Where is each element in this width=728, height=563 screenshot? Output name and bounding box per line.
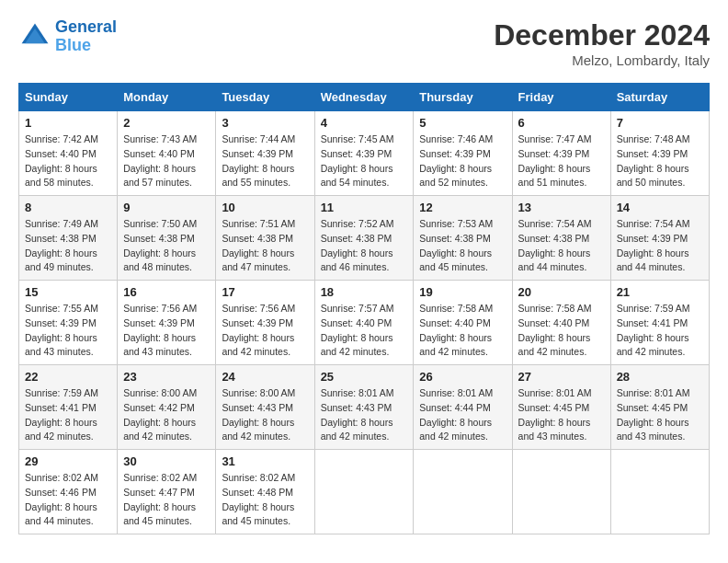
calendar-cell: 16 Sunrise: 7:56 AM Sunset: 4:39 PM Dayl…: [118, 281, 216, 365]
calendar-cell: 15 Sunrise: 7:55 AM Sunset: 4:39 PM Dayl…: [19, 281, 118, 365]
day-info: Sunrise: 7:44 AM Sunset: 4:39 PM Dayligh…: [222, 132, 308, 190]
day-number: 14: [617, 201, 703, 214]
week-row-1: 1 Sunrise: 7:42 AM Sunset: 4:40 PM Dayli…: [19, 111, 710, 196]
day-info: Sunrise: 7:59 AM Sunset: 4:41 PM Dayligh…: [25, 386, 111, 444]
day-number: 17: [222, 285, 308, 299]
day-number: 1: [25, 116, 111, 130]
day-number: 9: [123, 201, 210, 214]
day-info: Sunrise: 7:42 AM Sunset: 4:40 PM Dayligh…: [25, 132, 111, 190]
day-info: Sunrise: 7:57 AM Sunset: 4:40 PM Dayligh…: [321, 302, 408, 360]
day-info: Sunrise: 7:56 AM Sunset: 4:39 PM Dayligh…: [123, 302, 210, 360]
day-number: 18: [321, 285, 408, 299]
calendar-cell: 20 Sunrise: 7:58 AM Sunset: 4:40 PM Dayl…: [512, 281, 610, 365]
day-info: Sunrise: 7:58 AM Sunset: 4:40 PM Dayligh…: [518, 302, 605, 360]
day-info: Sunrise: 8:01 AM Sunset: 4:45 PM Dayligh…: [617, 386, 703, 444]
day-number: 24: [222, 370, 308, 384]
calendar-cell: [414, 450, 512, 534]
day-number: 28: [617, 370, 703, 384]
day-info: Sunrise: 7:47 AM Sunset: 4:39 PM Dayligh…: [518, 132, 605, 190]
calendar-cell: 9 Sunrise: 7:50 AM Sunset: 4:38 PM Dayli…: [118, 196, 216, 281]
day-number: 21: [617, 285, 703, 299]
day-info: Sunrise: 8:00 AM Sunset: 4:43 PM Dayligh…: [222, 386, 308, 444]
day-number: 5: [419, 116, 506, 130]
day-number: 19: [419, 285, 506, 299]
weekday-wednesday: Wednesday: [314, 84, 414, 111]
weekday-header-row: SundayMondayTuesdayWednesdayThursdayFrid…: [19, 84, 710, 111]
day-number: 13: [518, 201, 605, 214]
calendar-cell: 25 Sunrise: 8:01 AM Sunset: 4:43 PM Dayl…: [314, 365, 414, 450]
calendar-cell: 26 Sunrise: 8:01 AM Sunset: 4:44 PM Dayl…: [414, 365, 512, 450]
day-info: Sunrise: 8:02 AM Sunset: 4:48 PM Dayligh…: [222, 471, 308, 529]
day-number: 8: [25, 201, 111, 214]
page-header: General Blue December 2024 Melzo, Lombar…: [18, 18, 710, 68]
day-number: 6: [518, 116, 605, 130]
weekday-sunday: Sunday: [19, 84, 118, 111]
weekday-friday: Friday: [512, 84, 610, 111]
week-row-4: 22 Sunrise: 7:59 AM Sunset: 4:41 PM Dayl…: [19, 365, 710, 450]
day-number: 12: [419, 201, 506, 214]
day-number: 26: [419, 370, 506, 384]
logo-icon: [18, 20, 51, 53]
day-number: 7: [617, 116, 703, 130]
calendar-cell: [610, 450, 709, 534]
calendar-cell: 31 Sunrise: 8:02 AM Sunset: 4:48 PM Dayl…: [216, 450, 314, 534]
calendar-cell: 8 Sunrise: 7:49 AM Sunset: 4:38 PM Dayli…: [19, 196, 118, 281]
day-info: Sunrise: 7:54 AM Sunset: 4:38 PM Dayligh…: [518, 217, 605, 275]
calendar-cell: 29 Sunrise: 8:02 AM Sunset: 4:46 PM Dayl…: [19, 450, 118, 534]
day-info: Sunrise: 8:01 AM Sunset: 4:44 PM Dayligh…: [419, 386, 506, 444]
day-number: 10: [222, 201, 308, 214]
day-info: Sunrise: 7:58 AM Sunset: 4:40 PM Dayligh…: [419, 302, 506, 360]
day-number: 16: [123, 285, 210, 299]
day-number: 4: [321, 116, 408, 130]
day-info: Sunrise: 8:01 AM Sunset: 4:43 PM Dayligh…: [321, 386, 408, 444]
calendar-cell: 14 Sunrise: 7:54 AM Sunset: 4:39 PM Dayl…: [610, 196, 709, 281]
day-number: 2: [123, 116, 210, 130]
calendar-cell: 13 Sunrise: 7:54 AM Sunset: 4:38 PM Dayl…: [512, 196, 610, 281]
day-number: 29: [25, 454, 111, 468]
week-row-2: 8 Sunrise: 7:49 AM Sunset: 4:38 PM Dayli…: [19, 196, 710, 281]
calendar-cell: 27 Sunrise: 8:01 AM Sunset: 4:45 PM Dayl…: [512, 365, 610, 450]
calendar-cell: 19 Sunrise: 7:58 AM Sunset: 4:40 PM Dayl…: [414, 281, 512, 365]
calendar-table: SundayMondayTuesdayWednesdayThursdayFrid…: [18, 83, 710, 534]
day-number: 27: [518, 370, 605, 384]
calendar-cell: [512, 450, 610, 534]
day-info: Sunrise: 7:45 AM Sunset: 4:39 PM Dayligh…: [321, 132, 408, 190]
weekday-thursday: Thursday: [414, 84, 512, 111]
weekday-tuesday: Tuesday: [216, 84, 314, 111]
day-number: 22: [25, 370, 111, 384]
calendar-cell: 22 Sunrise: 7:59 AM Sunset: 4:41 PM Dayl…: [19, 365, 118, 450]
day-info: Sunrise: 7:56 AM Sunset: 4:39 PM Dayligh…: [222, 302, 308, 360]
day-info: Sunrise: 7:52 AM Sunset: 4:38 PM Dayligh…: [321, 217, 408, 275]
calendar-cell: 11 Sunrise: 7:52 AM Sunset: 4:38 PM Dayl…: [314, 196, 414, 281]
calendar-cell: [314, 450, 414, 534]
calendar-cell: 5 Sunrise: 7:46 AM Sunset: 4:39 PM Dayli…: [414, 111, 512, 196]
day-number: 31: [222, 454, 308, 468]
location: Melzo, Lombardy, Italy: [494, 52, 710, 68]
calendar-cell: 2 Sunrise: 7:43 AM Sunset: 4:40 PM Dayli…: [118, 111, 216, 196]
calendar-cell: 10 Sunrise: 7:51 AM Sunset: 4:38 PM Dayl…: [216, 196, 314, 281]
week-row-5: 29 Sunrise: 8:02 AM Sunset: 4:46 PM Dayl…: [19, 450, 710, 534]
day-number: 15: [25, 285, 111, 299]
calendar-cell: 18 Sunrise: 7:57 AM Sunset: 4:40 PM Dayl…: [314, 281, 414, 365]
day-info: Sunrise: 7:55 AM Sunset: 4:39 PM Dayligh…: [25, 302, 111, 360]
day-info: Sunrise: 8:02 AM Sunset: 4:46 PM Dayligh…: [25, 471, 111, 529]
weekday-saturday: Saturday: [610, 84, 709, 111]
day-number: 11: [321, 201, 408, 214]
calendar-cell: 24 Sunrise: 8:00 AM Sunset: 4:43 PM Dayl…: [216, 365, 314, 450]
calendar-cell: 4 Sunrise: 7:45 AM Sunset: 4:39 PM Dayli…: [314, 111, 414, 196]
day-info: Sunrise: 7:54 AM Sunset: 4:39 PM Dayligh…: [617, 217, 703, 275]
day-number: 3: [222, 116, 308, 130]
calendar-cell: 28 Sunrise: 8:01 AM Sunset: 4:45 PM Dayl…: [610, 365, 709, 450]
calendar-cell: 1 Sunrise: 7:42 AM Sunset: 4:40 PM Dayli…: [19, 111, 118, 196]
calendar-cell: 3 Sunrise: 7:44 AM Sunset: 4:39 PM Dayli…: [216, 111, 314, 196]
day-number: 23: [123, 370, 210, 384]
logo: General Blue: [18, 18, 117, 55]
day-info: Sunrise: 8:02 AM Sunset: 4:47 PM Dayligh…: [123, 471, 210, 529]
day-number: 20: [518, 285, 605, 299]
day-info: Sunrise: 8:00 AM Sunset: 4:42 PM Dayligh…: [123, 386, 210, 444]
title-area: December 2024 Melzo, Lombardy, Italy: [494, 18, 710, 68]
calendar-body: 1 Sunrise: 7:42 AM Sunset: 4:40 PM Dayli…: [19, 111, 710, 534]
month-title: December 2024: [494, 18, 710, 52]
day-number: 25: [321, 370, 408, 384]
day-info: Sunrise: 7:49 AM Sunset: 4:38 PM Dayligh…: [25, 217, 111, 275]
